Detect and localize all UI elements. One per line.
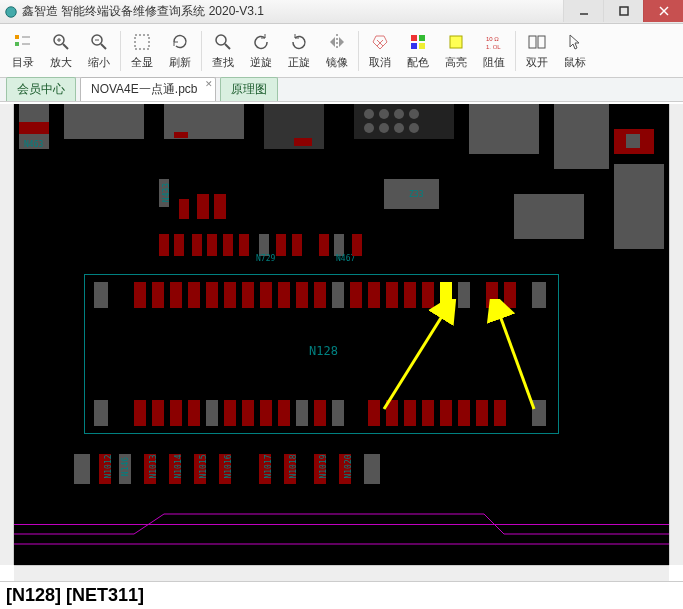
color-icon [407,31,429,53]
mouse-icon [564,31,586,53]
window-title: 鑫智造 智能终端设备维修查询系统 2020-V3.1 [22,3,563,20]
svg-rect-23 [419,35,425,41]
separator [201,31,202,71]
dual-button[interactable]: 双开 [518,27,556,75]
close-button[interactable] [643,0,683,22]
pad [223,234,233,256]
refresh-icon [169,31,191,53]
tab-close-icon[interactable]: ✕ [205,79,213,89]
pad [334,234,344,256]
tab-label: NOVA4E一点通.pcb [91,82,197,96]
zoomout-icon [88,31,110,53]
svg-rect-26 [450,36,462,48]
pad [319,234,329,256]
scrollbar-vertical[interactable] [669,104,683,565]
pad [514,194,584,239]
pin [152,282,164,308]
pin [224,282,236,308]
pad [174,132,188,138]
statusbar: [N128] [NET311] [0,581,683,609]
pad [364,454,380,484]
tab-schematic[interactable]: 原理图 [220,77,278,101]
pin [206,282,218,308]
zoomin-button[interactable]: 放大 [42,27,80,75]
svg-line-18 [225,44,230,49]
zoomout-button[interactable]: 缩小 [80,27,118,75]
dual-label: 双开 [526,55,548,70]
ref-label: N463 [24,140,43,149]
highlight-label: 高亮 [445,55,467,70]
separator [515,31,516,71]
minimize-icon [579,6,589,16]
tab-label: 会员中心 [17,82,65,96]
refresh-button[interactable]: 刷新 [161,27,199,75]
ref-label: N1016 [224,454,233,478]
cancel-button[interactable]: 取消 [361,27,399,75]
rotcw-button[interactable]: 正旋 [280,27,318,75]
refresh-label: 刷新 [169,55,191,70]
zoomout-label: 缩小 [88,55,110,70]
minimize-button[interactable] [563,0,603,22]
ref-label: N433 [162,183,171,202]
svg-point-32 [379,109,389,119]
svg-point-33 [394,109,404,119]
scrollbar-left[interactable] [0,104,14,565]
tab-member[interactable]: 会员中心 [6,77,76,101]
find-button[interactable]: 查找 [204,27,242,75]
pad [294,138,312,146]
ref-label: Z33 [409,190,423,199]
svg-rect-16 [135,35,149,49]
zoomin-label: 放大 [50,55,72,70]
pad [197,194,209,219]
svg-rect-22 [411,35,417,41]
rotccw-button[interactable]: 逆旋 [242,27,280,75]
mirror-button[interactable]: 镜像 [318,27,356,75]
svg-text:10 Ω: 10 Ω [486,36,499,42]
pin [224,400,236,426]
pin [242,400,254,426]
pad [554,104,609,169]
pin [94,400,108,426]
resist-button[interactable]: 10 Ω1. OL阻值 [475,27,513,75]
fit-label: 全显 [131,55,153,70]
chip-label: N128 [309,344,338,358]
pad [74,454,90,484]
svg-line-39 [384,313,444,409]
pin [332,282,344,308]
mouse-button[interactable]: 鼠标 [556,27,594,75]
ref-label: N1017 [264,454,273,478]
ref-label: N1019 [319,454,328,478]
scrollbar-horizontal[interactable] [14,565,669,581]
pin [278,400,290,426]
ref-label: N729 [256,254,275,263]
ref-label: N1014 [174,454,183,478]
svg-point-17 [216,35,226,45]
titlebar: 鑫智造 智能终端设备维修查询系统 2020-V3.1 [0,0,683,24]
pin [296,282,308,308]
ref-label: N1013 [149,454,158,478]
svg-point-0 [6,6,17,17]
catalog-icon [12,31,34,53]
pad [259,234,269,256]
maximize-button[interactable] [603,0,643,22]
arrow-annotation [354,299,554,419]
tab-pcb[interactable]: NOVA4E一点通.pcb✕ [80,77,216,101]
mirror-icon [326,31,348,53]
resist-label: 阻值 [483,55,505,70]
pad [192,234,202,256]
pad [292,234,302,256]
pin [94,282,108,308]
highlight-button[interactable]: 高亮 [437,27,475,75]
svg-rect-5 [15,35,19,39]
rotate-cw-icon [288,31,310,53]
pin [278,282,290,308]
pcb-canvas[interactable]: N463 N433 Z33 N729 [14,104,669,565]
pin [260,400,272,426]
pin [188,282,200,308]
svg-line-14 [101,44,106,49]
mouse-label: 鼠标 [564,55,586,70]
fit-button[interactable]: 全显 [123,27,161,75]
pin [188,400,200,426]
color-button[interactable]: 配色 [399,27,437,75]
catalog-button[interactable]: 目录 [4,27,42,75]
